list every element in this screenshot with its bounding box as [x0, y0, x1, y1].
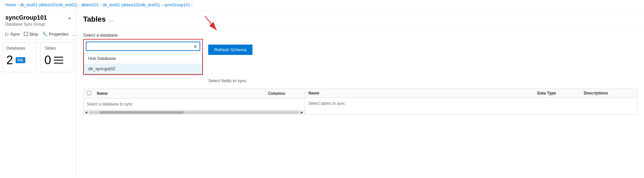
- tables-card-label: Tables: [45, 46, 70, 51]
- scrollbar-track[interactable]: [89, 111, 299, 114]
- properties-label: Properties: [49, 32, 69, 37]
- sidebar-title-text: syncGroup101: [5, 14, 47, 21]
- databases-card: Databases 2 SQL: [2, 42, 36, 72]
- breadcrumb-syncgroup101[interactable]: syncGroup101: [164, 3, 190, 7]
- stop-action[interactable]: Stop: [24, 32, 38, 37]
- content-area: Tables ... Select a database ∧ Hub Datab…: [77, 10, 644, 177]
- breadcrumb-sep-5: ›: [191, 3, 193, 7]
- db-selector-input[interactable]: ∧: [86, 42, 200, 51]
- db-option-hub[interactable]: Hub Database: [84, 53, 202, 64]
- sidebar-title-row: syncGroup101 «: [5, 14, 71, 21]
- properties-action[interactable]: 🔧 Properties: [42, 32, 69, 37]
- breadcrumb-sep-1: ›: [17, 3, 19, 7]
- select-all-checkbox[interactable]: [87, 91, 91, 95]
- db-search-input[interactable]: [89, 44, 194, 49]
- right-table-header: Name Data Type Descriptions: [305, 89, 637, 98]
- db-selector-wrapper: Select a database ∧ Hub Database db_sync…: [83, 33, 203, 75]
- chevron-up-icon[interactable]: ∧: [194, 44, 197, 49]
- sql-icon: SQL: [16, 57, 25, 63]
- tables-count: 0: [45, 53, 51, 67]
- databases-count: 2: [6, 53, 13, 67]
- arrow-refresh-container: Refresh Schema: [208, 33, 252, 55]
- svg-rect-2: [54, 63, 63, 64]
- breadcrumb-db-test01[interactable]: db_test01 (dbtest101/db_test01): [20, 3, 78, 7]
- descriptions-col-header: Descriptions: [584, 91, 634, 95]
- name-col-header: Name: [97, 91, 265, 96]
- scroll-left-arrow[interactable]: ◀: [84, 110, 88, 114]
- sync-label: Sync: [10, 32, 20, 37]
- stop-label: Stop: [29, 32, 38, 37]
- select-fields-label: Select fields to sync: [208, 78, 637, 83]
- columns-col-header: Columns: [268, 91, 301, 96]
- sidebar-collapse-btn[interactable]: «: [68, 15, 71, 21]
- split-table: Name Columns Select a database to sync ◀…: [83, 89, 637, 115]
- left-table-pane: Name Columns Select a database to sync ◀…: [83, 89, 305, 114]
- content-more-icon[interactable]: ...: [108, 16, 113, 23]
- sidebar: syncGroup101 « Database Sync Group ▷ Syn…: [0, 10, 77, 177]
- tables-lines-icon: [54, 57, 63, 64]
- breadcrumb-dbtest101[interactable]: dbtest101: [81, 3, 99, 7]
- tables-card-value: 0: [45, 53, 70, 67]
- breadcrumb-sep-4: ›: [161, 3, 163, 7]
- content-title: Tables: [83, 15, 106, 24]
- svg-rect-0: [54, 57, 63, 58]
- breadcrumb-sep-3: ›: [100, 3, 101, 7]
- left-table-empty: Select a database to sync: [83, 98, 305, 110]
- left-scrollbar[interactable]: ◀ ▶: [83, 110, 305, 114]
- properties-icon: 🔧: [42, 32, 48, 37]
- stop-icon: [24, 32, 28, 36]
- breadcrumb-home[interactable]: Home: [5, 3, 16, 7]
- sidebar-title-area: syncGroup101 « Database Sync Group: [0, 10, 76, 29]
- sidebar-cards: Databases 2 SQL Tables 0: [0, 40, 76, 75]
- scroll-right-arrow[interactable]: ▶: [300, 110, 304, 114]
- tables-area: Select a database ∧ Hub Database db_sync…: [77, 27, 644, 120]
- db-dropdown: Hub Database db_syncgrp02: [84, 53, 202, 74]
- breadcrumb-sep-2: ›: [79, 3, 80, 7]
- tables-toolbar: Select a database ∧ Hub Database db_sync…: [83, 33, 637, 75]
- svg-rect-1: [54, 60, 63, 61]
- breadcrumb: Home › db_test01 (dbtest101/db_test01) ›…: [0, 0, 644, 10]
- right-table-empty: Select tables to sync: [305, 98, 637, 109]
- sidebar-actions: ▷ Sync Stop 🔧 Properties ...: [0, 29, 76, 40]
- sync-action[interactable]: ▷ Sync: [5, 31, 20, 37]
- checkbox-col-header: [87, 91, 93, 96]
- content-header: Tables ...: [77, 10, 644, 27]
- sync-icon: ▷: [5, 31, 9, 37]
- db-option-syncgrp02[interactable]: db_syncgrp02: [84, 64, 202, 74]
- databases-card-value: 2 SQL: [6, 53, 32, 67]
- db-selector-label: Select a database: [83, 33, 203, 38]
- right-table-pane: Name Data Type Descriptions Select table…: [305, 89, 637, 114]
- databases-card-label: Databases: [6, 46, 32, 51]
- more-icon: ...: [73, 32, 76, 37]
- scrollbar-thumb[interactable]: [99, 111, 184, 114]
- db-selector-box: ∧ Hub Database db_syncgrp02: [83, 39, 203, 75]
- more-actions[interactable]: ...: [73, 32, 76, 37]
- sidebar-subtitle: Database Sync Group: [5, 22, 71, 27]
- refresh-schema-button[interactable]: Refresh Schema: [208, 45, 252, 55]
- left-table-header: Name Columns: [83, 89, 305, 98]
- datatype-col-header: Data Type: [537, 91, 580, 95]
- breadcrumb-db-test01-2[interactable]: db_test01 (dbtest101/db_test01): [103, 3, 160, 7]
- right-name-col-header: Name: [308, 91, 534, 95]
- tables-card: Tables 0: [40, 42, 75, 72]
